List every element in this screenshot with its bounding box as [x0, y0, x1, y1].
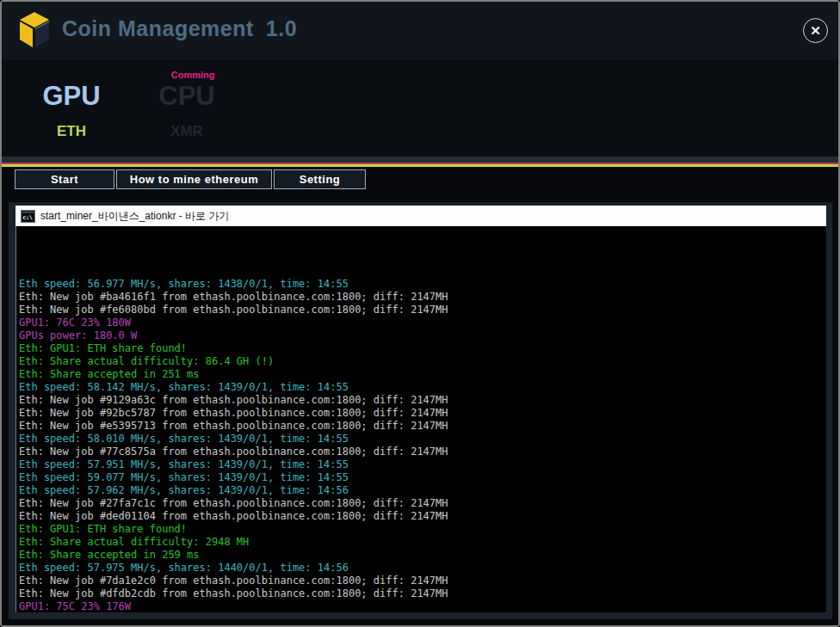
- terminal-line: Eth speed: 57.951 MH/s, shares: 1439/0/1…: [19, 458, 826, 471]
- divider-strip: [2, 157, 838, 163]
- app-titlebar: Coin Management1.0 ✕: [2, 2, 838, 60]
- terminal-line: Eth: GPU1: ETH share found!: [19, 523, 826, 536]
- terminal-output[interactable]: Eth speed: 56.977 MH/s, shares: 1438/0/1…: [15, 226, 826, 612]
- terminal-line: Eth: Share accepted in 259 ms: [19, 549, 826, 562]
- toolbar: Start How to mine ethereum Setting: [15, 169, 366, 189]
- terminal-line: Eth: New job #ded01104 from ethash.poolb…: [19, 510, 826, 523]
- cmd-icon: c:\: [21, 210, 35, 223]
- terminal-line: Eth: New job #7da1e2c0 from ethash.poolb…: [19, 575, 826, 587]
- terminal-line: Eth speed: 58.142 MH/s, shares: 1439/0/1…: [19, 381, 826, 394]
- terminal-line: Eth speed: 59.077 MH/s, shares: 1439/0/1…: [19, 471, 826, 484]
- tab-cpu-label: CPU: [153, 82, 220, 111]
- start-button[interactable]: Start: [15, 169, 114, 189]
- app-title-text: Coin Management: [62, 16, 254, 40]
- close-icon: ✕: [810, 23, 821, 39]
- main-panel: Start How to mine ethereum Setting c:\ s…: [2, 167, 838, 625]
- terminal-line: Eth: New job #27fa7c1c from ethash.poolb…: [19, 497, 826, 510]
- terminal-line: Eth: New job #9129a63c from ethash.poolb…: [19, 394, 826, 407]
- console-titlebar[interactable]: c:\ start_miner_바이낸스_ationkr - 바로 가기: [15, 206, 826, 226]
- terminal-line: GPUs power: 180.0 W: [19, 329, 826, 342]
- console-title: start_miner_바이낸스_ationkr - 바로 가기: [40, 209, 229, 224]
- tab-gpu-eth[interactable]: GPU ETH: [38, 82, 105, 140]
- terminal-line: Eth: New job #ba4616f1 from ethash.poolb…: [19, 291, 826, 304]
- terminal-line: Eth: Share actual difficulty: 86.4 GH (!…: [19, 355, 826, 368]
- setting-button[interactable]: Setting: [274, 169, 366, 189]
- close-button[interactable]: ✕: [803, 18, 828, 43]
- terminal-line: Eth: New job #fe6080bd from ethash.poolb…: [19, 304, 826, 317]
- app-title: Coin Management1.0: [62, 16, 297, 41]
- coin-tabs: GPU ETH Comming CPU XMR: [38, 82, 220, 140]
- terminal-line: Eth: New job #92bc5787 from ethash.poolb…: [19, 407, 826, 420]
- coming-soon-badge: Comming: [171, 70, 215, 80]
- tab-cpu-xmr[interactable]: Comming CPU XMR: [153, 82, 220, 140]
- terminal-line: Eth speed: 58.010 MH/s, shares: 1439/0/1…: [19, 433, 826, 446]
- tab-gpu-label: GPU: [38, 82, 105, 111]
- terminal-line: GPU1: 75C 23% 176W: [19, 600, 826, 612]
- screen: Coin Management1.0 ✕ GPU ETH Comming CPU…: [0, 0, 840, 627]
- terminal-line: Eth: New job #e5395713 from ethash.poolb…: [19, 420, 826, 433]
- terminal-line: Eth: Share accepted in 251 ms: [19, 368, 826, 381]
- terminal-line: Eth: New job #77c8575a from ethash.poolb…: [19, 446, 826, 458]
- terminal-line: Eth: GPU1: ETH share found!: [19, 342, 826, 355]
- tab-gpu-coin: ETH: [38, 123, 105, 140]
- terminal-line: Eth speed: 57.975 MH/s, shares: 1440/0/1…: [19, 562, 826, 575]
- terminal-line: Eth: New job #dfdb2cdb from ethash.poolb…: [19, 587, 826, 600]
- svg-text:c:\: c:\: [22, 213, 33, 220]
- how-to-mine-button[interactable]: How to mine ethereum: [116, 169, 272, 189]
- app-window: Coin Management1.0 ✕ GPU ETH Comming CPU…: [0, 0, 840, 627]
- terminal-line: Eth speed: 56.977 MH/s, shares: 1438/0/1…: [19, 278, 826, 291]
- terminal-line: Eth: Share actual difficulty: 2948 MH: [19, 536, 826, 549]
- terminal-line: Eth speed: 57.962 MH/s, shares: 1439/0/1…: [19, 484, 826, 497]
- cube-logo-icon: [18, 11, 51, 49]
- terminal-line: GPU1: 76C 23% 180W: [19, 317, 826, 329]
- console-window: c:\ start_miner_바이낸스_ationkr - 바로 가기 Eth…: [9, 202, 832, 619]
- tab-cpu-coin: XMR: [153, 123, 220, 140]
- app-version: 1.0: [266, 16, 297, 40]
